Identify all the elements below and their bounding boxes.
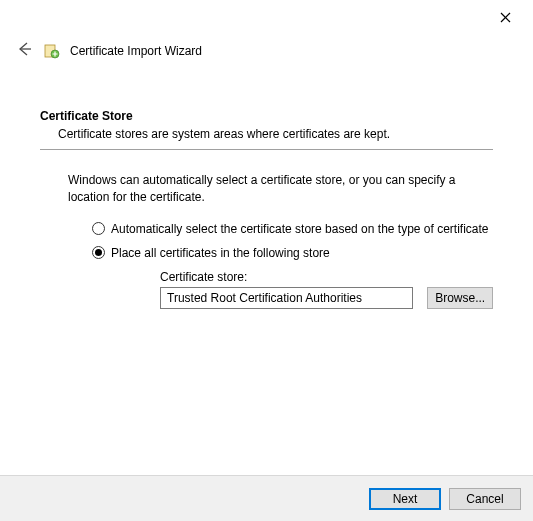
wizard-header: Certificate Import Wizard (0, 36, 533, 69)
radio-icon (92, 246, 105, 259)
radio-auto-select[interactable]: Automatically select the certificate sto… (92, 222, 493, 236)
radio-auto-label: Automatically select the certificate sto… (111, 222, 489, 236)
back-button[interactable] (14, 40, 34, 61)
arrow-left-icon (15, 40, 33, 58)
radio-icon (92, 222, 105, 235)
section-subheading: Certificate stores are system areas wher… (58, 127, 493, 141)
wizard-title: Certificate Import Wizard (70, 44, 202, 58)
certificate-store-row: Browse... (160, 287, 493, 309)
certificate-store-block: Certificate store: Browse... (160, 270, 493, 309)
close-icon (500, 12, 511, 23)
certificate-wizard-icon (44, 43, 60, 59)
radio-manual-select[interactable]: Place all certificates in the following … (92, 246, 493, 260)
title-bar (0, 0, 533, 34)
wizard-footer: Next Cancel (0, 475, 533, 521)
certificate-store-input[interactable] (160, 287, 413, 309)
section-divider (40, 149, 493, 150)
store-selection-radios: Automatically select the certificate sto… (92, 222, 493, 309)
section-body-text: Windows can automatically select a certi… (68, 172, 488, 206)
close-button[interactable] (485, 4, 525, 30)
cancel-button[interactable]: Cancel (449, 488, 521, 510)
radio-manual-label: Place all certificates in the following … (111, 246, 330, 260)
wizard-content: Certificate Store Certificate stores are… (0, 69, 533, 309)
certificate-store-label: Certificate store: (160, 270, 493, 284)
next-button[interactable]: Next (369, 488, 441, 510)
browse-button[interactable]: Browse... (427, 287, 493, 309)
section-heading: Certificate Store (40, 109, 493, 123)
